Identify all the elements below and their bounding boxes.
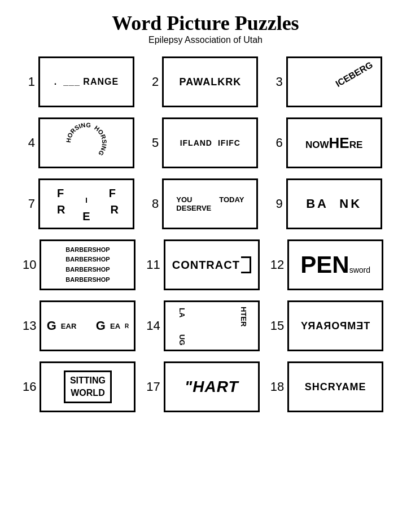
puzzle-number-1: 1	[23, 75, 35, 89]
puzzle-cell-6: 6 NOWHERE	[270, 117, 388, 168]
puzzle-16-content: SITTINGWORLD	[64, 370, 112, 404]
puzzle-cell-9: 9 BA NK	[270, 178, 388, 229]
main-title: Word Picture Puzzles	[17, 11, 394, 35]
puzzle-7-R2: R	[111, 203, 119, 216]
puzzle-number-15: 15	[270, 319, 284, 333]
puzzle-number-2: 2	[146, 75, 159, 89]
puzzle-14-LA: LA	[178, 308, 186, 317]
subtitle: Epilepsy Association of Utah	[17, 35, 394, 45]
puzzle-8-row: YOU DESERVE TODAY	[176, 195, 244, 212]
puzzle-cell-12: 12 PENsword	[270, 239, 388, 290]
puzzle-13-sup1	[81, 323, 82, 329]
puzzle-8-content: YOU DESERVE TODAY	[176, 195, 244, 212]
puzzle-cell-15: 15 TEMPORARY	[270, 300, 388, 351]
puzzle-18-content: SHCRYAME	[305, 381, 366, 393]
puzzle-cell-10: 10 BARBERSHOPBARBERSHOPBARBERSHOPBARBERS…	[23, 239, 141, 290]
puzzle-8-you: YOU DESERVE	[176, 195, 219, 212]
puzzle-cell-16: 16 SITTINGWORLD	[23, 361, 141, 412]
puzzle-cell-5: 5 IFLAND IFIFC	[146, 117, 264, 168]
puzzle-cell-11: 11 CONTRACT	[146, 239, 264, 290]
puzzle-14-UG: UG	[178, 334, 186, 346]
puzzle-17-content: "HART	[185, 378, 239, 396]
puzzle-13-ear1: EAR	[61, 322, 76, 330]
puzzle-number-5: 5	[146, 136, 159, 150]
puzzle-number-18: 18	[270, 380, 284, 394]
puzzle-number-11: 11	[146, 258, 160, 272]
puzzle-7-F2: F	[109, 187, 116, 200]
puzzle-1-content: . ___ RANGE	[54, 77, 119, 87]
puzzle-5-content: IFLAND IFIFC	[180, 138, 241, 147]
puzzle-cell-18: 18 SHCRYAME	[270, 361, 388, 412]
puzzle-box-1: . ___ RANGE	[38, 56, 134, 107]
puzzle-12-pen: PEN	[300, 253, 349, 277]
puzzle-6-content: NOWHERE	[305, 136, 362, 151]
puzzle-box-3: ICEBERG	[286, 56, 382, 107]
puzzle-grid: 1 . ___ RANGE 2 PAWALKRK 3 ICEBERG 4	[17, 56, 394, 412]
puzzle-12-sword: sword	[349, 265, 370, 274]
puzzle-cell-2: 2 PAWALKRK	[146, 56, 264, 107]
puzzle-13-sup2: R	[125, 323, 129, 329]
puzzle-box-2: PAWALKRK	[162, 56, 258, 107]
puzzle-number-9: 9	[270, 197, 283, 211]
puzzle-13-G1: G	[47, 319, 56, 333]
puzzle-box-17: "HART	[164, 361, 260, 412]
puzzle-13-ear2: EA	[110, 322, 120, 330]
puzzle-8-today: TODAY	[219, 195, 244, 212]
puzzle-box-11: CONTRACT	[164, 239, 260, 290]
puzzle-2-content: PAWALKRK	[179, 76, 241, 88]
puzzle-7-E: E	[82, 210, 90, 223]
puzzle-number-16: 16	[23, 380, 36, 394]
puzzle-cell-7: 7 F F I R R E	[23, 178, 141, 229]
puzzle-13-content: GEAR GEAR	[47, 319, 129, 333]
puzzle-number-3: 3	[270, 75, 283, 89]
puzzle-12-content: PENsword	[300, 253, 370, 277]
puzzle-box-6: NOWHERE	[286, 117, 382, 168]
puzzle-box-14: LA UG HTER	[164, 300, 260, 351]
title-section: Word Picture Puzzles Epilepsy Associatio…	[17, 11, 394, 45]
puzzle-7-I: I	[85, 196, 88, 204]
page: Word Picture Puzzles Epilepsy Associatio…	[0, 0, 411, 424]
puzzle-box-8: YOU DESERVE TODAY	[162, 178, 258, 229]
puzzle-7-R1: R	[57, 203, 65, 216]
puzzle-3-content: ICEBERG	[334, 60, 374, 89]
puzzle-box-4: HORSING HORSING	[38, 117, 134, 168]
puzzle-13-G2: G	[96, 319, 106, 333]
puzzle-4-svg: HORSING HORSING	[64, 120, 109, 165]
puzzle-number-6: 6	[270, 136, 283, 150]
puzzle-number-10: 10	[23, 258, 36, 272]
puzzle-box-16: SITTINGWORLD	[40, 361, 135, 412]
puzzle-box-7: F F I R R E	[38, 178, 134, 229]
puzzle-15-content: TEMPORARY	[300, 320, 370, 332]
puzzle-11-bracket	[241, 256, 251, 273]
puzzle-box-15: TEMPORARY	[287, 300, 383, 351]
puzzle-7-F1: F	[57, 187, 64, 200]
puzzle-10-content: BARBERSHOPBARBERSHOPBARBERSHOPBARBERSHOP	[65, 245, 110, 285]
puzzle-cell-1: 1 . ___ RANGE	[23, 56, 141, 107]
puzzle-number-17: 17	[146, 380, 160, 394]
puzzle-number-7: 7	[23, 197, 35, 211]
puzzle-cell-8: 8 YOU DESERVE TODAY	[146, 178, 264, 229]
puzzle-number-14: 14	[146, 319, 160, 333]
puzzle-cell-13: 13 GEAR GEAR	[23, 300, 141, 351]
puzzle-5-word2: IFIFC	[218, 138, 241, 147]
puzzle-9-content: BA NK	[306, 197, 362, 211]
puzzle-14-HTER: HTER	[239, 307, 248, 326]
puzzle-box-13: GEAR GEAR	[40, 300, 135, 351]
puzzle-cell-14: 14 LA UG HTER	[146, 300, 264, 351]
puzzle-number-4: 4	[23, 136, 35, 150]
puzzle-box-18: SHCRYAME	[287, 361, 383, 412]
svg-text:HORSING  HORSING: HORSING HORSING	[65, 121, 108, 157]
puzzle-number-12: 12	[270, 258, 284, 272]
puzzle-cell-4: 4 HORSING HORSING	[23, 117, 141, 168]
puzzle-14-content: LA UG HTER	[165, 302, 258, 350]
puzzle-6-now: NOW	[305, 139, 329, 151]
puzzle-6-he: HE	[329, 136, 349, 150]
puzzle-box-5: IFLAND IFIFC	[162, 117, 258, 168]
puzzle-11-content: CONTRACT	[172, 256, 251, 273]
puzzle-cell-3: 3 ICEBERG	[270, 56, 388, 107]
puzzle-number-13: 13	[23, 319, 36, 333]
puzzle-5-word1: IFLAND	[180, 138, 212, 147]
puzzle-6-re: RE	[349, 139, 363, 151]
puzzle-number-8: 8	[146, 197, 159, 211]
puzzle-box-10: BARBERSHOPBARBERSHOPBARBERSHOPBARBERSHOP	[40, 239, 135, 290]
